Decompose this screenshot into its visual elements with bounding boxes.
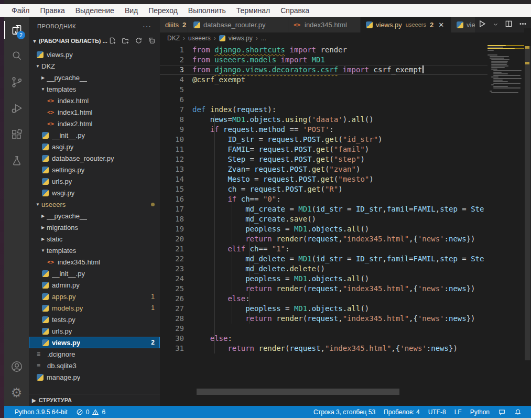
- tree-item-views.py[interactable]: views.py: [29, 49, 160, 60]
- code-line-17[interactable]: 17 md_create = MD1(id_str = ID_str,famil…: [160, 204, 531, 214]
- encoding-item[interactable]: UTF-8: [424, 406, 450, 418]
- tree-item-static[interactable]: ▶static: [29, 233, 160, 245]
- code-line-26[interactable]: 26 else:: [160, 294, 531, 304]
- indentation-item[interactable]: Пробелов: 4: [380, 406, 424, 418]
- code-line-1[interactable]: 1from django.shortcuts import render: [160, 45, 531, 55]
- horizontal-scrollbar[interactable]: [197, 389, 399, 395]
- menu-item-Выделение[interactable]: Выделение: [70, 5, 120, 16]
- tree-item-templates[interactable]: ▼templates: [29, 245, 160, 256]
- refresh-icon[interactable]: [135, 37, 143, 46]
- code-editor[interactable]: 1from django.shortcuts import render2fro…: [160, 45, 531, 380]
- code-line-24[interactable]: 24 peopless = MD1.objects.all(): [160, 274, 531, 284]
- tree-item-migrations[interactable]: ▶migrations: [29, 222, 160, 233]
- tab-vie[interactable]: vie: [451, 17, 475, 32]
- tab-diiits[interactable]: diiits2: [160, 17, 188, 32]
- activity-settings-icon[interactable]: ⚙: [4, 380, 29, 406]
- cursor-position-item[interactable]: Строка 3, столбец 53: [309, 406, 380, 418]
- code-line-7[interactable]: 7def index(request):: [160, 105, 531, 115]
- vertical-scrollbar[interactable]: [525, 46, 530, 360]
- tree-item-models.py[interactable]: models.py1: [29, 302, 160, 314]
- explorer-more-actions-icon[interactable]: ···: [143, 22, 151, 30]
- notifications-item[interactable]: [510, 406, 526, 418]
- code-line-30[interactable]: 30 else:: [160, 334, 531, 344]
- activity-run-debug-icon[interactable]: [4, 95, 29, 121]
- tree-item-urls.py[interactable]: urls.py: [29, 325, 160, 337]
- code-line-4[interactable]: 4@csrf_exempt: [160, 75, 531, 85]
- feedback-item[interactable]: [494, 406, 510, 418]
- activity-testing-icon[interactable]: [4, 148, 29, 174]
- close-icon[interactable]: ✕: [438, 21, 444, 29]
- code-line-21[interactable]: 21 elif ch== "1":: [160, 244, 531, 254]
- menu-item-Вид[interactable]: Вид: [120, 5, 143, 16]
- code-line-14[interactable]: 14 Mesto = request.POST.get("mesto"): [160, 174, 531, 184]
- code-line-6[interactable]: 6: [160, 95, 531, 105]
- activity-extensions-icon[interactable]: [4, 121, 29, 148]
- breadcrumb[interactable]: DKZ›useeers›views.py›...: [160, 32, 531, 44]
- new-folder-icon[interactable]: [122, 37, 129, 46]
- menu-item-Правка[interactable]: Правка: [35, 5, 70, 16]
- code-line-2[interactable]: 2from useeers.models import MD1: [160, 55, 531, 65]
- run-icon[interactable]: [478, 19, 486, 30]
- tree-item-wsgi.py[interactable]: wsgi.py: [29, 187, 160, 198]
- tab-database-roouter.py[interactable]: database_roouter.py: [188, 17, 288, 32]
- code-line-10[interactable]: 10 ID_str = request.POST.get("id_str"): [160, 135, 531, 145]
- tree-item-.dcignore[interactable]: ≡.dcignore: [29, 348, 160, 360]
- code-line-22[interactable]: 22 md_delete = MD1(id_str = ID_str,famil…: [160, 254, 531, 264]
- tree-item-manage.py[interactable]: manage.py: [29, 371, 160, 383]
- tree-item--pycache-[interactable]: ▶__pycache__: [29, 210, 160, 222]
- code-line-13[interactable]: 13 Zvan= request.POST.get("zvan"): [160, 164, 531, 174]
- tree-item-templates[interactable]: ▼templates: [29, 83, 160, 95]
- code-line-29[interactable]: 29: [160, 324, 531, 334]
- run-dropdown-icon[interactable]: [493, 20, 499, 29]
- outline-section-header[interactable]: ▶ СТРУКТУРА: [29, 394, 160, 406]
- tree-item-DKZ[interactable]: ▼DKZ: [29, 60, 160, 72]
- tree-item-index1.html[interactable]: <>index1.html: [29, 106, 160, 118]
- problems-item[interactable]: 0 6: [72, 406, 110, 418]
- code-line-12[interactable]: 12 Step = request.POST.get("step"): [160, 154, 531, 164]
- tree-item-urls.py[interactable]: urls.py: [29, 175, 160, 187]
- tree-item-tests.py[interactable]: tests.py: [29, 314, 160, 325]
- menu-item-Справка[interactable]: Справка: [275, 5, 315, 16]
- tree-item-asgi.py[interactable]: asgi.py: [29, 141, 160, 152]
- code-line-15[interactable]: 15 ch = request.POST.get("R"): [160, 184, 531, 194]
- code-line-16[interactable]: 16 if ch== "0":: [160, 194, 531, 204]
- tab-index345.html[interactable]: <>index345.html: [288, 17, 361, 32]
- tab-views.py[interactable]: views.pyuseeers2✕: [361, 17, 451, 32]
- tree-item-index345.html[interactable]: <>index345.html: [29, 256, 160, 268]
- code-line-20[interactable]: 20 return render(request,"index345.html"…: [160, 234, 531, 244]
- tree-item-admin.py[interactable]: admin.py: [29, 279, 160, 291]
- code-line-18[interactable]: 18 md_create.save(): [160, 214, 531, 224]
- activity-search-icon[interactable]: [4, 43, 29, 69]
- language-mode-item[interactable]: Python: [466, 406, 494, 418]
- activity-source-control-icon[interactable]: [4, 69, 29, 95]
- menu-item-Файл[interactable]: Файл: [6, 5, 35, 16]
- breadcrumb-segment-views.py[interactable]: views.py: [229, 35, 253, 42]
- workspace-section-header[interactable]: ▼ (РАБОЧАЯ ОБЛАСТЬ) ...: [29, 35, 160, 47]
- tree-item--init-.py[interactable]: __init__.py: [29, 268, 160, 279]
- eol-item[interactable]: LF: [450, 406, 466, 418]
- split-editor-icon[interactable]: [505, 20, 513, 30]
- tree-item-settings.py[interactable]: settings.py: [29, 164, 160, 175]
- code-line-5[interactable]: 5: [160, 85, 531, 95]
- breadcrumb-segment-useeers[interactable]: useeers: [188, 35, 211, 42]
- tree-item--pycache-[interactable]: ▶__pycache__: [29, 72, 160, 83]
- minimap[interactable]: [487, 45, 524, 108]
- tree-item-index2.html[interactable]: <>index2.html: [29, 118, 160, 129]
- tree-item--init-.py[interactable]: __init__.py: [29, 129, 160, 141]
- collapse-all-icon[interactable]: [148, 37, 156, 46]
- activity-account-icon[interactable]: [4, 353, 29, 380]
- code-line-19[interactable]: 19 peopless = MD1.objects.all(): [160, 224, 531, 234]
- menu-item-Выполнить[interactable]: Выполнить: [183, 5, 231, 16]
- code-line-28[interactable]: 28 return render(request,"index345.html"…: [160, 314, 531, 324]
- new-file-icon[interactable]: [109, 37, 116, 46]
- breadcrumb-segment-...[interactable]: ...: [261, 35, 266, 42]
- breadcrumb-segment-DKZ[interactable]: DKZ: [167, 35, 180, 42]
- tree-item-useeers[interactable]: ▼useeers: [29, 198, 160, 210]
- menu-item-Терминал[interactable]: Терминал: [231, 5, 275, 16]
- code-line-8[interactable]: 8 news=MD1.objects.using('daata').all(): [160, 115, 531, 125]
- code-line-27[interactable]: 27 peopless = MD1.objects.all(): [160, 304, 531, 314]
- tree-item-views.py[interactable]: views.py2: [29, 337, 160, 348]
- tree-item-index.html[interactable]: <>index.html: [29, 95, 160, 106]
- activity-explorer-icon[interactable]: 2: [4, 17, 29, 43]
- python-interpreter-item[interactable]: Python 3.9.5 64-bit: [10, 406, 72, 418]
